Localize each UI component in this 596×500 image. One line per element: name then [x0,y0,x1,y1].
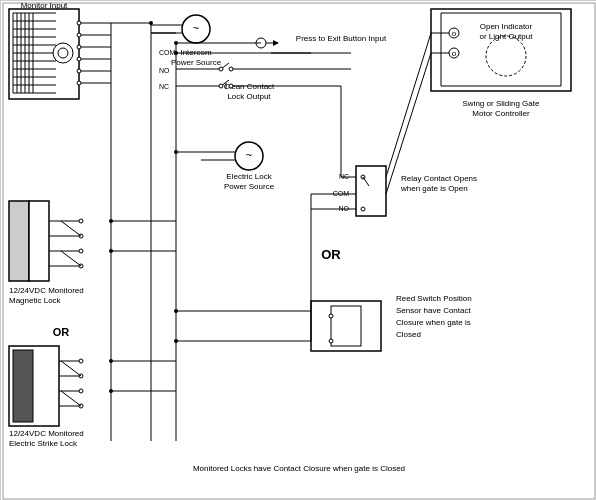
svg-point-74 [219,84,223,88]
svg-text:Monitor Input: Monitor Input [21,1,68,10]
svg-text:Closure when gate is: Closure when gate is [396,318,471,327]
svg-text:Relay Contact Opens: Relay Contact Opens [401,174,477,183]
svg-rect-87 [356,166,386,216]
svg-text:Press to Exit Button Input: Press to Exit Button Input [296,34,387,43]
svg-point-95 [361,207,365,211]
svg-text:NC: NC [159,83,169,90]
svg-rect-99 [9,201,29,281]
svg-point-31 [77,45,81,49]
svg-point-135 [109,389,113,393]
svg-point-133 [109,359,113,363]
svg-text:NO: NO [159,67,170,74]
svg-text:Closed: Closed [396,330,421,339]
svg-text:Lock Output: Lock Output [227,92,271,101]
svg-text:or Light Output: or Light Output [480,32,534,41]
svg-text:Power Source: Power Source [224,182,275,191]
svg-text:COM: COM [159,49,176,56]
svg-point-32 [77,57,81,61]
svg-text:Magnetic Lock: Magnetic Lock [9,296,62,305]
wiring-diagram: Monitor Input ~ Intercom Power Source [0,0,596,500]
svg-text:OR: OR [53,326,70,338]
svg-point-144 [329,339,333,343]
svg-point-86 [174,150,178,154]
svg-text:Motor Controller: Motor Controller [472,109,530,118]
svg-text:Swing or Sliding Gate: Swing or Sliding Gate [463,99,540,108]
svg-point-159 [149,21,153,25]
svg-point-29 [77,21,81,25]
svg-text:Monitored Locks have Contact C: Monitored Locks have Contact Closure whe… [193,464,405,473]
svg-point-143 [329,314,333,318]
svg-point-153 [174,41,178,45]
svg-text:~: ~ [246,149,252,161]
svg-text:Electric Strike Lock: Electric Strike Lock [9,439,78,448]
svg-point-45 [486,36,526,76]
svg-point-107 [79,249,83,253]
svg-point-142 [174,339,178,343]
svg-text:when gate is Open: when gate is Open [400,184,468,193]
svg-text:12/24VDC Monitored: 12/24VDC Monitored [9,286,84,295]
svg-point-122 [79,389,83,393]
svg-point-21 [58,48,68,58]
svg-rect-115 [13,350,33,422]
svg-text:Reed Switch Position: Reed Switch Position [396,294,472,303]
svg-point-131 [109,249,113,253]
svg-point-75 [229,84,233,88]
svg-text:o: o [452,49,457,58]
svg-rect-138 [331,306,361,346]
svg-point-34 [77,81,81,85]
svg-text:Open Indicator: Open Indicator [480,22,533,31]
svg-point-69 [219,67,223,71]
svg-point-33 [77,69,81,73]
svg-point-70 [229,67,233,71]
svg-point-140 [174,309,178,313]
svg-text:Electric Lock: Electric Lock [226,172,272,181]
svg-text:12/24VDC Monitored: 12/24VDC Monitored [9,429,84,438]
svg-point-30 [77,33,81,37]
svg-rect-100 [29,201,49,281]
svg-text:OR: OR [321,247,341,262]
svg-text:Sensor have Contact: Sensor have Contact [396,306,471,315]
svg-point-65 [174,51,178,55]
svg-text:o: o [452,29,457,38]
svg-text:Power Source: Power Source [171,58,222,67]
svg-text:~: ~ [193,22,199,34]
svg-point-105 [79,219,83,223]
svg-point-120 [79,359,83,363]
svg-point-129 [109,219,113,223]
